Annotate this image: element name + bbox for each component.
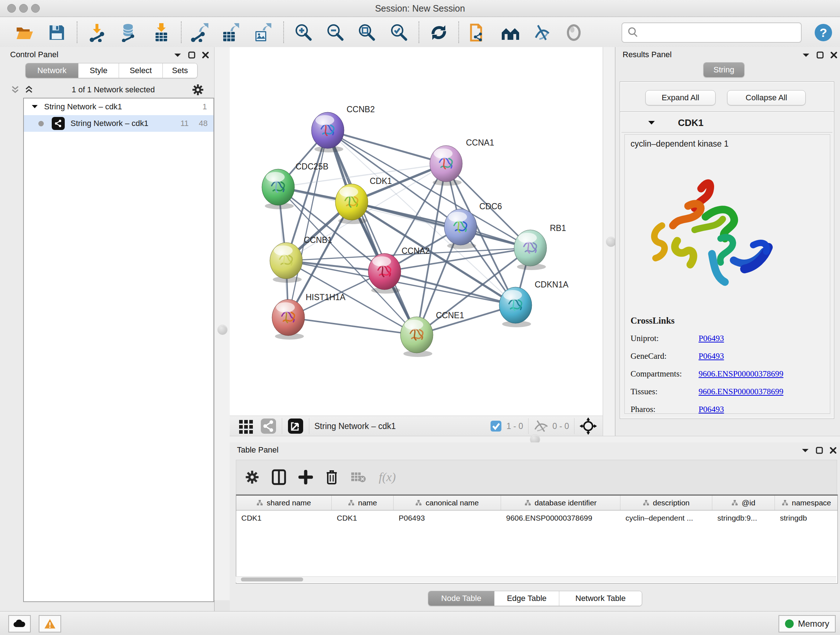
right-splitter-handle[interactable] [606,237,616,247]
column-header-namespace[interactable]: namespace [775,496,838,510]
table-cell[interactable]: 9606.ENSP00000378699 [501,510,621,523]
crosslink-link[interactable]: P06493 [699,405,724,414]
network-collection-row[interactable]: String Network – cdk1 1 [24,98,213,115]
table-cell[interactable]: cyclin–dependent ... [621,510,712,523]
collapse-all-icon[interactable] [10,85,21,95]
node-RB1[interactable] [514,230,546,270]
import-network-database-icon[interactable] [118,23,137,42]
collapse-all-button[interactable]: Collapse All [727,90,806,105]
expand-all-button[interactable]: Expand All [645,90,715,105]
add-column-icon[interactable] [298,470,313,485]
tab-select[interactable]: Select [119,63,163,78]
table-cell[interactable]: CDK1 [332,510,393,523]
save-session-icon[interactable] [47,23,66,42]
crosslink-link[interactable]: 9606.ENSP00000378699 [699,387,783,396]
selected-checkbox-icon[interactable] [490,420,502,432]
warnings-button[interactable] [39,615,61,632]
edge-HIST1H1A-CCNE1[interactable] [288,318,417,335]
node-label-CDKN1A: CDKN1A [535,280,569,289]
crosslink-link[interactable]: 9606.ENSP00000378699 [699,369,783,379]
column-header-name[interactable]: name [332,496,393,510]
search-input[interactable] [640,27,794,38]
memory-button[interactable]: Memory [778,615,836,632]
crosslink-link[interactable]: P06493 [699,352,724,361]
zoom-selected-icon[interactable] [389,23,408,42]
detach-view-icon[interactable] [287,418,304,434]
panel-close-icon[interactable] [830,51,837,59]
node-CCNA1[interactable] [430,146,462,186]
export-image-icon[interactable] [253,23,271,42]
network-options-gear-icon[interactable] [192,84,204,96]
help-icon[interactable]: ? [814,23,833,42]
table-cell[interactable]: stringdb:9... [712,510,775,523]
zoom-out-icon[interactable] [325,23,344,42]
tab-network[interactable]: Network [26,63,79,78]
tab-string[interactable]: String [704,63,744,77]
gene-section-header[interactable]: CDK1 [622,113,832,133]
node-CCNE1[interactable] [401,317,433,357]
table-options-gear-icon[interactable] [245,470,259,485]
node-HIST1H1A[interactable] [272,299,305,340]
edge-CCNB2-HIST1H1A[interactable] [288,130,328,318]
refresh-icon[interactable] [429,23,448,42]
network-list-view-icon[interactable] [260,418,277,434]
panel-menu-icon[interactable] [802,52,810,57]
delete-column-icon[interactable] [325,469,338,485]
export-network-icon[interactable] [189,23,208,42]
show-columns-icon[interactable] [272,469,286,485]
column-header-description[interactable]: description [621,496,712,510]
zoom-in-icon[interactable] [294,23,313,42]
hide-unhide-icon[interactable] [533,23,552,42]
column-header-database-identifier[interactable]: database identifier [501,496,621,510]
panel-float-icon[interactable] [816,51,824,59]
network-row-selected[interactable]: String Network – cdk1 11 48 [24,115,213,132]
cloud-button[interactable] [8,615,31,632]
panel-float-icon[interactable] [188,51,195,59]
column-header-shared-name[interactable]: shared name [236,496,332,510]
node-CCNB1[interactable] [270,242,302,283]
panel-menu-icon[interactable] [174,52,182,57]
table-cell[interactable]: P06493 [393,510,501,523]
panel-float-icon[interactable] [816,447,823,454]
birdseye-toggle-icon[interactable] [579,417,597,435]
crosslink-link[interactable]: P06493 [699,334,724,343]
tab-node-table[interactable]: Node Table [428,591,494,606]
panel-close-icon[interactable] [202,51,209,59]
edge-CDK1-RB1[interactable] [352,202,531,248]
table-cell[interactable]: stringdb [775,510,838,523]
table-cell[interactable]: CDK1 [236,510,332,523]
node-CDC25B[interactable] [262,169,294,209]
string-home-icon[interactable] [501,23,520,42]
search-box[interactable] [622,22,802,43]
tab-network-table[interactable]: Network Table [559,591,642,606]
grid-view-icon[interactable] [238,418,254,434]
tab-edge-table[interactable]: Edge Table [494,591,559,606]
hidden-count: 0 - 0 [553,421,569,431]
left-splitter[interactable] [214,47,231,600]
column-header-@id[interactable]: @id [712,496,775,510]
panel-close-icon[interactable] [829,447,837,454]
import-network-icon[interactable] [88,23,106,42]
left-splitter-handle[interactable] [218,325,227,335]
tab-sets[interactable]: Sets [163,63,197,78]
zoom-fit-icon[interactable] [357,23,376,42]
horizontal-splitter[interactable] [230,436,840,443]
export-table-icon[interactable] [220,23,239,42]
birds-eye-icon[interactable] [564,23,583,42]
tab-style[interactable]: Style [79,63,119,78]
edge-CCNB2-CCNE1[interactable] [328,130,417,335]
network-canvas[interactable]: CCNB2CCNA1CDC25BCDK1CDC6RB1CCNB1CCNA2CDK… [230,47,603,416]
table-row[interactable]: CDK1CDK1P064939606.ENSP00000378699cyclin… [236,510,837,523]
tree-expander-icon[interactable] [31,104,38,110]
node-CDKN1A[interactable] [499,287,532,327]
table-horizontal-scrollbar[interactable] [236,576,836,583]
panel-menu-icon[interactable] [801,448,809,453]
column-header-canonical-name[interactable]: canonical name [393,496,501,510]
expand-all-icon[interactable] [24,85,35,95]
import-table-icon[interactable] [152,23,171,42]
open-session-icon[interactable] [15,23,34,42]
scrollbar-thumb[interactable] [241,578,303,581]
node-CCNB2[interactable] [311,112,344,152]
gene-expander-icon[interactable] [647,120,655,126]
share-document-icon[interactable] [468,23,487,42]
